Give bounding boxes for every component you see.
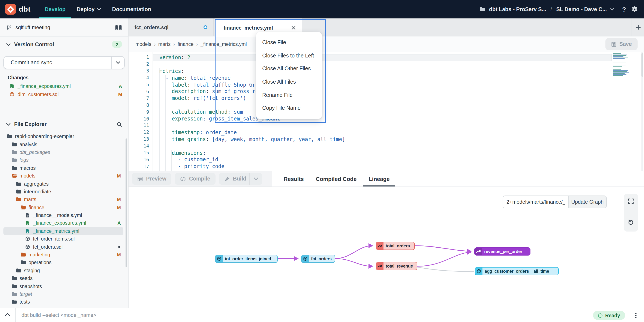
tree-item-_finance__models.yml[interactable]: _finance__models.yml <box>4 211 124 219</box>
lineage-node-total_orders[interactable]: total_orders <box>376 242 415 250</box>
menu-item-close-file[interactable]: Close File <box>256 36 322 49</box>
tab-compiled-code[interactable]: Compiled Code <box>310 171 363 186</box>
minimap-line <box>613 75 623 76</box>
commit-and-sync-button[interactable]: Commit and sync <box>4 56 125 69</box>
tab-context-menu: Close File Close Files to the Left Close… <box>256 32 322 119</box>
changed-file-row[interactable]: _finance_exposures.ymlA <box>0 82 128 90</box>
breadcrumb-finance[interactable]: finance <box>178 42 194 47</box>
changed-file-row[interactable]: dim_customers.sqlM <box>0 90 128 98</box>
menu-item-copy-file-name[interactable]: Copy File Name <box>256 102 322 115</box>
new-tab-button[interactable] <box>636 25 641 30</box>
tree-item-label: marts <box>24 197 36 202</box>
lineage-panel: int_order_items_joinedfct_orderstotal_or… <box>128 187 644 308</box>
version-control-header[interactable]: Version Control 2 <box>0 37 128 52</box>
tab-lineage[interactable]: Lineage <box>363 171 396 186</box>
tree-item-gitignore[interactable]: gitignore <box>4 306 124 308</box>
tree-item-rapid-onboarding-exemplar[interactable]: rapid-onboarding-exemplar <box>4 133 124 140</box>
tab-results[interactable]: Results <box>278 171 310 186</box>
breadcrumb-marts[interactable]: marts <box>158 42 171 47</box>
branch-name[interactable]: sqlfluff-meeting <box>16 25 112 31</box>
tree-item-intermediate[interactable]: intermediate <box>4 188 124 195</box>
editor-scrollbar[interactable] <box>642 53 643 77</box>
hammer-icon <box>224 176 230 182</box>
tree-item-label: tests <box>20 299 30 305</box>
breadcrumb-models[interactable]: models <box>136 42 151 47</box>
tree-item-fct_orders.sql[interactable]: fct_orders.sql <box>4 243 124 251</box>
tree-item-finance[interactable]: financeM <box>4 203 124 211</box>
minimap-line <box>613 70 628 71</box>
tree-item-aggregates[interactable]: aggregates <box>4 180 124 188</box>
fullscreen-icon[interactable] <box>628 198 634 204</box>
tree-item-tests[interactable]: tests <box>4 298 124 306</box>
compile-button[interactable]: Compile <box>175 173 216 185</box>
tree-item-operations[interactable]: operations <box>4 259 124 267</box>
tree-item-analysis[interactable]: analysis <box>4 140 124 148</box>
command-input[interactable] <box>22 308 587 322</box>
tree-item-label: _finance_metrics.yml <box>33 228 79 234</box>
commit-options-button[interactable] <box>112 57 124 69</box>
lineage-node-int_order_items_joined[interactable]: int_order_items_joined <box>215 255 278 263</box>
preview-button[interactable]: Preview <box>132 173 172 185</box>
dbt-logo[interactable]: dbt <box>5 4 31 15</box>
breadcrumb-file[interactable]: _finance_metrics.yml <box>200 42 247 47</box>
lineage-node-fct_orders[interactable]: fct_orders <box>301 255 335 263</box>
account-name[interactable]: dbt Labs - ProServ S... <box>489 6 546 12</box>
save-button[interactable]: Save <box>606 38 638 50</box>
lineage-node-total_revenue[interactable]: total_revenue <box>376 262 417 270</box>
tree-item-macros[interactable]: macros <box>4 164 124 172</box>
code-text: version: 2 <box>160 55 190 61</box>
tree-item-seeds[interactable]: seeds <box>4 274 124 282</box>
docs-book-icon[interactable] <box>115 25 122 30</box>
tree-item-dbt_packages[interactable]: dbt_packages <box>4 148 124 156</box>
lineage-node-agg_customer_orders__all_time[interactable]: agg_customer_orders__all_time <box>475 267 559 275</box>
tree-item-marts[interactable]: martsM <box>4 195 124 203</box>
menu-item-rename-file[interactable]: Rename File <box>256 89 322 102</box>
close-icon[interactable] <box>291 26 296 30</box>
nav-item-deploy[interactable]: Deploy <box>71 0 106 19</box>
menu-item-close-all[interactable]: Close All Files <box>256 76 322 89</box>
tree-item-logs[interactable]: logs <box>4 156 124 164</box>
tree-item-label: _finance__models.yml <box>33 213 82 218</box>
menu-item-close-all-other[interactable]: Close All Other Files <box>256 62 322 75</box>
reset-view-icon[interactable] <box>628 219 634 225</box>
tree-item-staging[interactable]: staging <box>4 266 124 274</box>
chevron-up-icon[interactable] <box>5 312 10 316</box>
file-tree-scrollbar[interactable] <box>125 139 127 267</box>
help-button[interactable]: ? <box>622 6 626 13</box>
line-number: 15 <box>128 150 149 156</box>
file-explorer-header[interactable]: File Explorer <box>0 117 128 132</box>
folder-icon <box>20 260 26 265</box>
kebab-menu-icon[interactable] <box>635 312 637 318</box>
minimap[interactable] <box>613 53 630 78</box>
build-button[interactable]: Build <box>219 173 262 185</box>
tab-fct-orders-sql[interactable]: fct_orders.sql <box>128 19 214 36</box>
update-graph-button[interactable]: Update Graph <box>568 195 607 208</box>
folder-icon <box>11 142 17 147</box>
lineage-selector-input[interactable] <box>502 195 568 208</box>
folder-icon <box>11 150 17 155</box>
tree-item-models[interactable]: modelsM <box>4 172 124 180</box>
menu-item-close-files-left[interactable]: Close Files to the Left <box>256 49 322 62</box>
tree-item-_finance_metrics.yml[interactable]: _finance_metrics.yml <box>4 227 124 235</box>
tree-item-marketing[interactable]: marketingM <box>4 251 124 259</box>
brand-text: dbt <box>19 5 31 14</box>
search-icon[interactable] <box>116 122 122 127</box>
cube-icon <box>217 256 222 261</box>
code-line-16: 16 - customer_id <box>128 156 644 163</box>
tree-item-label: fct_orders.sql <box>33 244 62 249</box>
code-line-3: 3metrics: <box>128 68 644 75</box>
project-name[interactable]: SL Demo - Dave C... <box>556 6 607 12</box>
tree-item-snapshots[interactable]: snapshots <box>4 282 124 290</box>
git-status-badge: M <box>117 205 121 210</box>
gear-icon[interactable] <box>631 6 638 13</box>
lineage-node-revenue_per_order[interactable]: revenue_per_order <box>474 247 530 255</box>
code-editor[interactable]: 1version: 223metrics:4 - name: total_rev… <box>128 52 644 171</box>
minimap-line <box>613 67 622 67</box>
tree-item-fct_order_items.sql[interactable]: fct_order_items.sql <box>4 235 124 243</box>
tree-item-target[interactable]: target <box>4 290 124 298</box>
chevron-down-icon[interactable] <box>610 8 614 11</box>
nav-item-documentation[interactable]: Documentation <box>106 0 156 19</box>
nav-item-develop[interactable]: Develop <box>39 0 71 19</box>
build-options-button[interactable] <box>249 173 262 185</box>
tree-item-_finance_exposures.yml[interactable]: _finance_exposures.ymlA <box>4 219 124 227</box>
